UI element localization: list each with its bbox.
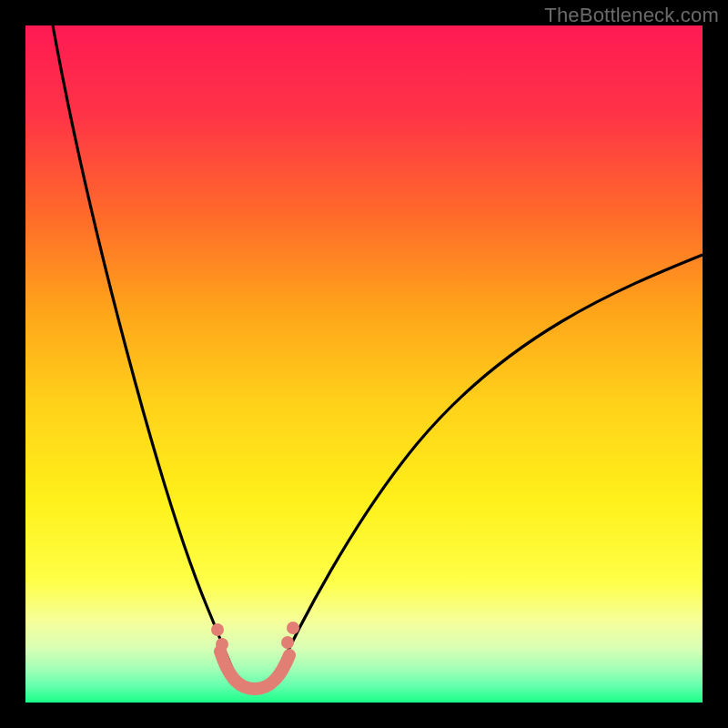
watermark-text: TheBottleneck.com (544, 4, 719, 27)
gradient-bg (25, 25, 703, 703)
chart-plot (25, 25, 703, 703)
chart-frame (25, 25, 703, 703)
dot-right-lower (281, 636, 294, 649)
dot-right-upper (287, 622, 299, 634)
dot-left-lower (216, 638, 228, 651)
dot-left-upper (211, 623, 224, 636)
